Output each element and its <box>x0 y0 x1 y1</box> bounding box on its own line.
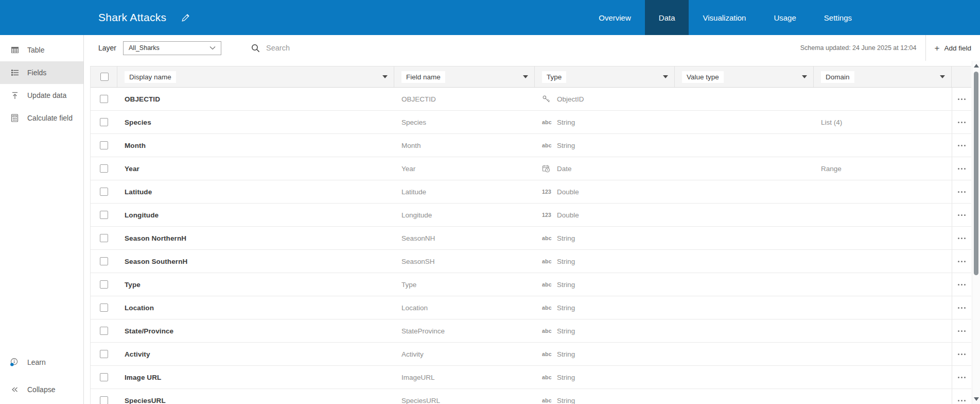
row-checkbox[interactable] <box>100 257 108 265</box>
scrollbar-thumb[interactable] <box>974 72 978 275</box>
row-actions-button[interactable] <box>952 111 971 133</box>
type-cell: String <box>557 258 575 265</box>
row-actions-button[interactable] <box>952 343 971 365</box>
column-header-domain[interactable]: Domain <box>814 66 952 87</box>
string-type-icon: abc <box>542 281 553 288</box>
row-checkbox[interactable] <box>100 304 108 312</box>
display-name-cell: Type <box>125 281 141 289</box>
search-input[interactable] <box>266 44 379 52</box>
select-all-checkbox[interactable] <box>100 73 109 81</box>
table-row: Latitude Latitude 123 Double <box>91 180 971 204</box>
string-type-icon: abc <box>542 258 553 264</box>
row-actions-button[interactable] <box>952 319 971 342</box>
field-name-cell: SeasonNH <box>401 234 435 242</box>
row-actions-button[interactable] <box>952 134 971 157</box>
column-header-field-name[interactable]: Field name <box>394 66 535 87</box>
sidebar-item-calculate-field[interactable]: Calculate field <box>0 107 83 129</box>
field-name-cell: Type <box>401 281 416 289</box>
field-name-cell: OBJECTID <box>401 95 436 103</box>
tab-usage[interactable]: Usage <box>760 0 810 35</box>
chevron-down-icon <box>940 75 945 78</box>
display-name-cell: Image URL <box>125 374 161 381</box>
display-name-cell: State/Province <box>125 327 173 335</box>
toolbar-divider <box>925 35 926 61</box>
field-name-cell: SpeciesURL <box>401 397 440 404</box>
display-name-cell: Activity <box>125 350 150 358</box>
field-name-cell: SeasonSH <box>401 258 435 265</box>
column-header-type[interactable]: Type <box>535 66 675 87</box>
ellipsis-icon <box>958 307 966 309</box>
row-checkbox[interactable] <box>100 95 108 103</box>
scroll-down-arrow-icon[interactable] <box>974 397 979 401</box>
row-checkbox[interactable] <box>100 396 108 404</box>
chevron-down-icon <box>382 75 388 78</box>
row-checkbox[interactable] <box>100 188 108 196</box>
table-row: Location Location abc String <box>91 296 971 319</box>
display-name-cell: Species <box>125 119 151 126</box>
tab-visualization[interactable]: Visualization <box>689 0 760 35</box>
ellipsis-icon <box>958 122 966 123</box>
display-name-cell: Season SouthernH <box>125 258 187 265</box>
display-name-cell: Year <box>125 165 139 173</box>
table-row: Month Month abc String <box>91 134 971 157</box>
column-header-value-type[interactable]: Value type <box>675 66 814 87</box>
fields-icon <box>10 68 20 77</box>
column-header-display-name[interactable]: Display name <box>117 66 394 87</box>
display-name-cell: Latitude <box>125 188 152 196</box>
add-field-button[interactable]: + Add field <box>935 44 971 53</box>
type-cell: String <box>557 119 575 126</box>
string-type-icon: abc <box>542 328 553 334</box>
row-checkbox[interactable] <box>100 234 108 242</box>
date-type-icon <box>542 164 553 173</box>
tab-settings[interactable]: Settings <box>810 0 866 35</box>
row-checkbox[interactable] <box>100 118 108 126</box>
row-checkbox[interactable] <box>100 280 108 289</box>
column-header-actions <box>952 66 971 87</box>
table-header-row: Display name Field name Type Value type … <box>91 66 971 88</box>
row-actions-button[interactable] <box>952 180 971 203</box>
field-name-cell: StateProvince <box>401 327 445 335</box>
row-checkbox[interactable] <box>100 350 108 358</box>
tab-data[interactable]: Data <box>645 0 689 35</box>
sidebar-item-fields[interactable]: Fields <box>0 61 83 84</box>
row-actions-button[interactable] <box>952 366 971 389</box>
string-type-icon: abc <box>542 119 553 125</box>
page-title: Shark Attacks <box>98 11 166 24</box>
table-row: Year Year Date Range <box>91 157 971 180</box>
table-row: Image URL ImageURL abc String <box>91 366 971 389</box>
row-checkbox[interactable] <box>100 141 108 149</box>
layer-select[interactable]: All_Sharks <box>123 41 221 55</box>
row-checkbox[interactable] <box>100 211 108 219</box>
upload-icon <box>10 91 20 100</box>
row-actions-button[interactable] <box>952 227 971 249</box>
row-actions-button[interactable] <box>952 157 971 180</box>
field-name-cell: Longitude <box>401 211 432 219</box>
sidebar-item-table[interactable]: Table <box>0 39 83 61</box>
row-actions-button[interactable] <box>952 88 971 110</box>
row-checkbox[interactable] <box>100 164 108 173</box>
info-icon <box>10 357 20 367</box>
table-body: OBJECTID OBJECTID ObjectID Species Speci… <box>91 88 971 404</box>
sidebar-item-collapse[interactable]: Collapse <box>0 378 83 401</box>
tab-overview[interactable]: Overview <box>585 0 645 35</box>
vertical-scrollbar[interactable] <box>972 61 980 404</box>
row-actions-button[interactable] <box>952 389 971 404</box>
edit-title-button[interactable] <box>181 13 190 23</box>
row-actions-button[interactable] <box>952 204 971 226</box>
row-actions-button[interactable] <box>952 296 971 319</box>
sidebar-item-update-data[interactable]: Update data <box>0 84 83 107</box>
row-actions-button[interactable] <box>952 250 971 273</box>
toolbar: Layer All_Sharks Schema updated: 24 June… <box>84 35 980 61</box>
pencil-icon <box>181 13 190 23</box>
sidebar-item-learn[interactable]: Learn <box>0 351 83 374</box>
scroll-up-arrow-icon[interactable] <box>974 64 979 68</box>
row-checkbox[interactable] <box>100 373 108 381</box>
ellipsis-icon <box>958 168 966 170</box>
type-cell: Date <box>557 165 572 173</box>
chevron-down-icon <box>523 75 528 78</box>
row-actions-button[interactable] <box>952 273 971 296</box>
type-cell: Double <box>557 211 579 219</box>
calculator-icon <box>10 113 20 123</box>
field-name-cell: Species <box>401 119 426 126</box>
row-checkbox[interactable] <box>100 327 108 335</box>
